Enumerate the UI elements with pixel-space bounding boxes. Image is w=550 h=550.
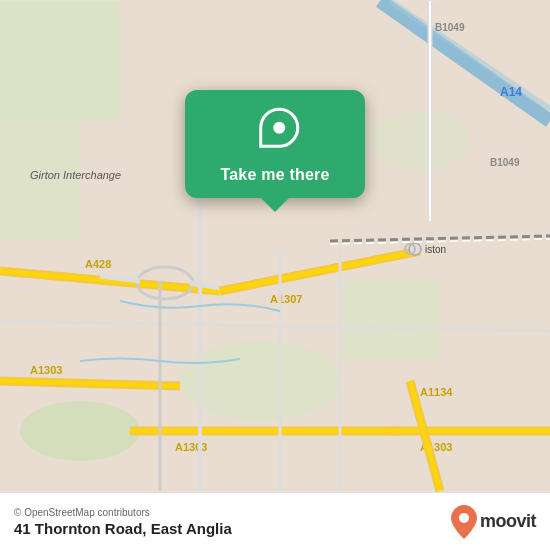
svg-rect-5 [340,281,440,361]
svg-text:A1134: A1134 [420,386,453,398]
moovit-logo-icon [451,505,477,539]
copyright-text: © OpenStreetMap contributors [14,507,232,518]
location-pin-icon [259,108,299,148]
svg-text:A1303: A1303 [30,364,62,376]
svg-rect-2 [0,121,80,241]
svg-text:B1049: B1049 [435,22,465,33]
address-line: 41 Thornton Road, East Anglia [14,520,232,537]
svg-text:iston: iston [425,244,446,255]
svg-text:Girton Interchange: Girton Interchange [30,169,121,181]
svg-text:A14: A14 [500,85,522,99]
map-background: A428 A1307 A1303 A1303 A1303 A1134 B1049… [0,0,550,492]
moovit-brand-text: moovit [480,511,536,532]
bottom-bar: © OpenStreetMap contributors 41 Thornton… [0,492,550,550]
location-popup[interactable]: Take me there [185,90,365,198]
take-me-there-button[interactable]: Take me there [220,166,329,184]
pin-wrapper [242,99,307,164]
map-container: A428 A1307 A1303 A1303 A1303 A1134 B1049… [0,0,550,492]
svg-rect-1 [0,1,120,121]
svg-text:A1307: A1307 [270,293,302,305]
svg-text:A428: A428 [85,258,111,270]
svg-text:A1303: A1303 [175,441,207,453]
moovit-logo: moovit [451,505,536,539]
svg-point-46 [459,513,469,523]
svg-point-4 [20,401,140,461]
svg-text:B1049: B1049 [490,157,520,168]
address-section: © OpenStreetMap contributors 41 Thornton… [14,507,232,537]
app: A428 A1307 A1303 A1303 A1303 A1134 B1049… [0,0,550,550]
svg-point-3 [180,341,340,421]
svg-point-6 [370,111,470,171]
